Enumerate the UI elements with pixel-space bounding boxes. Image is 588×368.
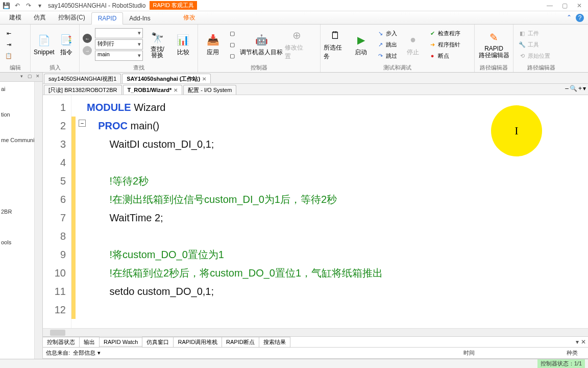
step-out-button[interactable]: ↗跳出 xyxy=(375,39,399,50)
title-bar: 💾 ↶ ↷ ▾ say14050SHANGHAI - RobotStudio R… xyxy=(0,0,588,11)
small-btn-2[interactable]: ▢ xyxy=(227,39,238,50)
start-button[interactable]: ▶启动 xyxy=(349,27,373,62)
bottom-tab-sim[interactable]: 仿真窗口 xyxy=(142,337,174,348)
undo-icon[interactable]: ↶ xyxy=(13,2,21,10)
rapid-path-button[interactable]: ✎RAPID 路径编辑器 xyxy=(478,27,510,62)
bottom-tab-watch[interactable]: RAPID Watch xyxy=(99,337,142,347)
tool-icon: 🔧 xyxy=(519,41,526,48)
outdent-button[interactable]: ⇤ xyxy=(3,28,14,38)
close-tab-icon[interactable]: ✕ xyxy=(202,76,206,82)
sub-tab-readonly[interactable]: [只读] BR1382/ROBOT2BR xyxy=(44,85,122,95)
tab-simulate[interactable]: 仿真 xyxy=(28,11,52,24)
step-over-icon: ↷ xyxy=(377,52,384,59)
collapse-ribbon-icon[interactable]: ⌃ xyxy=(567,14,572,22)
group-path2-label: 路径编辑器 xyxy=(517,63,566,72)
bottom-tabs: 控制器状态 输出 RAPID Watch 仿真窗口 RAPID调用堆栈 RAPI… xyxy=(43,336,588,348)
group-insert: 📄Snippet 📑指令 插入 xyxy=(31,25,80,72)
find-combo[interactable] xyxy=(95,28,143,38)
dropdown-icon[interactable]: ▾ xyxy=(97,350,101,356)
panel-pin-icon[interactable]: ▾ xyxy=(18,73,25,80)
group-path-editor-2: ◧工件 🔧工具 ⟲原始位置 路径编辑器 xyxy=(513,25,569,72)
main-combo[interactable]: main xyxy=(95,51,143,61)
check-prog-button[interactable]: ✔检查程序 xyxy=(427,28,462,38)
doc-tab-view1[interactable]: say14050SHANGHAI视图1 xyxy=(44,74,121,83)
bottom-tab-status[interactable]: 控制器状态 xyxy=(42,337,80,348)
snippet-button[interactable]: 📄Snippet xyxy=(34,27,55,62)
tab-modify[interactable]: 修改 xyxy=(177,11,202,24)
help-icon[interactable]: ? xyxy=(576,14,584,22)
group-controller: 📥应用 ▢ ▢ ▢ 🤖调节机器人目标 ⊕修改位置 控制器 xyxy=(198,25,321,72)
sub-tab-config[interactable]: 配置 - I/O System xyxy=(183,85,236,95)
workpiece-icon: ◧ xyxy=(519,30,526,37)
editor-hscroll[interactable] xyxy=(43,328,588,336)
compare-button[interactable]: 📊比较 xyxy=(172,27,195,62)
controller-status: 控制器状态：1/1 xyxy=(537,359,585,368)
cursor-highlight: I xyxy=(491,105,542,156)
code-editor[interactable]: 1 2 3 4 5 6 7 8 9 10 11 12 − MODULE Wiza… xyxy=(43,95,588,328)
sub-tab-wizard[interactable]: T_ROB1/Wizard*✕ xyxy=(123,85,183,95)
adjust-target-button[interactable]: 🤖调节机器人目标 xyxy=(240,27,283,62)
ed-ctrl-2[interactable]: 🔍 xyxy=(570,85,577,94)
info-source-select[interactable]: 全部信息 xyxy=(73,349,95,357)
breakpoint-button[interactable]: ●断点 xyxy=(427,51,462,61)
tab-addins[interactable]: Add-Ins xyxy=(123,13,156,24)
breakpoint-icon: ● xyxy=(429,52,436,59)
maximize-icon[interactable]: ▢ xyxy=(562,2,568,9)
indent-button[interactable]: ⇥ xyxy=(3,39,14,50)
clipboard-icon: 📋 xyxy=(5,52,12,59)
close-icon[interactable]: ✕ xyxy=(577,2,582,9)
outdent-icon: ⇤ xyxy=(5,30,12,37)
step-over-button[interactable]: ↷跳过 xyxy=(375,51,399,61)
left-panel-tabs: ▾ ▢ ✕ xyxy=(0,73,42,82)
left-scrollbar[interactable] xyxy=(34,82,42,359)
group-path-editor: ✎RAPID 路径编辑器 路径编辑器 xyxy=(475,25,513,72)
prog-ptr-button[interactable]: ➜程序指针 xyxy=(427,39,462,50)
tab-model[interactable]: 建模 xyxy=(3,11,28,24)
ed-ctrl-1[interactable]: – xyxy=(565,85,569,94)
apply-button[interactable]: 📥应用 xyxy=(201,27,225,62)
panel-menu-icon[interactable]: ▢ xyxy=(26,73,33,80)
instruction-button[interactable]: 📑指令 xyxy=(57,27,76,62)
ed-ctrl-3[interactable]: + xyxy=(578,85,582,94)
check-icon: ✔ xyxy=(429,30,436,37)
small-btn-1[interactable]: ▢ xyxy=(227,28,238,38)
modify-pos-button: ⊕修改位置 xyxy=(285,27,308,62)
doc3-icon: ▢ xyxy=(229,52,236,59)
minimize-icon[interactable]: — xyxy=(547,2,553,9)
group-insert-label: 插入 xyxy=(34,63,76,72)
small-btn-3[interactable]: ▢ xyxy=(227,51,238,61)
bottom-tab-search[interactable]: 搜索结果 xyxy=(259,337,290,348)
tab-rapid[interactable]: RAPID xyxy=(91,12,124,25)
scroll-thumb[interactable] xyxy=(50,330,65,336)
bottom-tab-stack[interactable]: RAPID调用堆栈 xyxy=(173,337,222,348)
close-tab-icon[interactable]: ✕ xyxy=(174,87,178,93)
line-number: 7 xyxy=(43,209,66,227)
save-icon[interactable]: 💾 xyxy=(2,2,10,10)
bottom-dropdown-icon[interactable]: ▾ xyxy=(576,338,579,346)
find-replace-button[interactable]: 🔭查找/ 替换 xyxy=(146,27,169,62)
nav-fwd-button[interactable]: → xyxy=(83,46,92,55)
clipboard-button[interactable]: 📋 xyxy=(3,51,14,61)
panel-close-icon[interactable]: ✕ xyxy=(34,73,41,80)
doc-tab-station[interactable]: SAY14050shanghai (工作站)✕ xyxy=(122,74,211,83)
ed-ctrl-4[interactable]: ▾ xyxy=(583,85,586,94)
step-in-button[interactable]: ↘步入 xyxy=(375,28,399,38)
binoculars-icon: 🔭 xyxy=(150,31,164,45)
bottom-close-icon[interactable]: ✕ xyxy=(581,338,586,346)
indent-icon: ⇥ xyxy=(5,41,12,48)
line-number: 5 xyxy=(43,172,66,190)
group-path-label: 路径编辑器 xyxy=(478,63,510,72)
sel-task-button[interactable]: 🗒所选任务 xyxy=(324,27,347,62)
nav-back-button[interactable]: ← xyxy=(83,34,92,43)
bottom-tab-bp[interactable]: RAPID断点 xyxy=(222,337,259,348)
robot-target-icon: 🤖 xyxy=(254,33,268,47)
redo-icon[interactable]: ↷ xyxy=(24,2,33,10)
dropdown-icon[interactable]: ▾ xyxy=(36,2,44,10)
goto-combo[interactable]: 转到行 xyxy=(95,39,143,50)
step-out-icon: ↗ xyxy=(377,41,384,48)
context-tab-label: RAPID 客观工具 xyxy=(150,1,197,10)
bottom-tab-output[interactable]: 输出 xyxy=(79,337,100,348)
group-test-label: 测试和调试 xyxy=(324,63,471,72)
tab-controller[interactable]: 控制器(C) xyxy=(52,11,91,24)
workspace: ▾ ▢ ✕ ai tion me Communica 2BR ools say1… xyxy=(0,73,588,359)
